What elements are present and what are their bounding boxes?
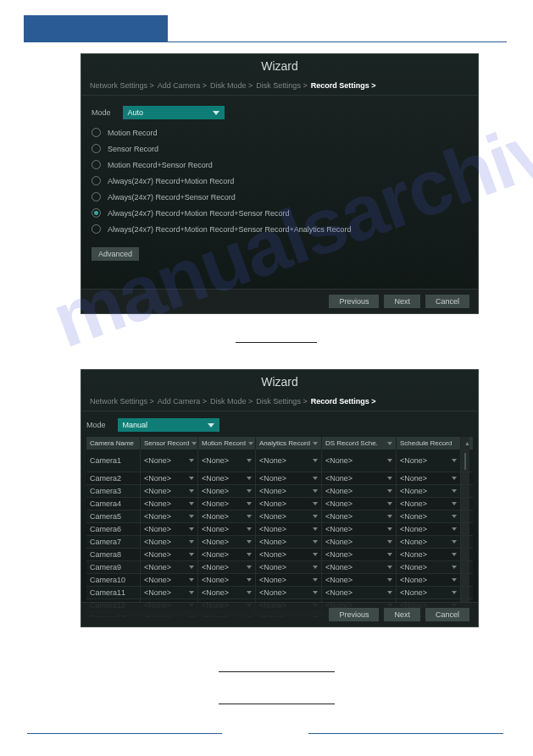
cell-dropdown[interactable]: <None> bbox=[397, 472, 461, 484]
scrollbar-track[interactable] bbox=[461, 498, 469, 510]
cell-dropdown[interactable]: <None> bbox=[141, 536, 198, 548]
cell-dropdown[interactable]: <None> bbox=[198, 574, 256, 586]
scrollbar-track[interactable] bbox=[461, 561, 469, 573]
cell-dropdown[interactable]: <None> bbox=[397, 549, 461, 560]
cell-dropdown[interactable]: <None> bbox=[322, 587, 397, 599]
cell-dropdown[interactable]: <None> bbox=[397, 536, 461, 548]
crumb-active[interactable]: Record Settings > bbox=[311, 397, 376, 406]
cell-dropdown[interactable]: <None> bbox=[322, 561, 397, 573]
scrollbar-track[interactable] bbox=[461, 472, 469, 484]
advanced-button[interactable]: Advanced bbox=[92, 247, 139, 261]
cell-dropdown[interactable]: <None> bbox=[256, 587, 322, 599]
cancel-button[interactable]: Cancel bbox=[425, 608, 469, 621]
cell-dropdown[interactable]: <None> bbox=[198, 549, 256, 560]
crumb[interactable]: Disk Mode > bbox=[210, 81, 253, 90]
radio-option[interactable]: Always(24x7) Record+Motion Record+Sensor… bbox=[92, 208, 468, 218]
col-analytics[interactable]: Analytics Record bbox=[256, 437, 322, 450]
cell-dropdown[interactable]: <None> bbox=[322, 510, 397, 522]
mode-select[interactable]: Manual bbox=[118, 418, 219, 432]
radio-option[interactable]: Always(24x7) Record+Motion Record bbox=[92, 176, 468, 185]
cell-dropdown[interactable]: <None> bbox=[397, 587, 461, 599]
cell-dropdown[interactable]: <None> bbox=[141, 574, 198, 586]
cell-dropdown[interactable]: <None> bbox=[256, 574, 322, 586]
scrollbar-track[interactable] bbox=[461, 549, 469, 560]
cell-dropdown[interactable]: <None> bbox=[198, 485, 256, 497]
cancel-button[interactable]: Cancel bbox=[425, 295, 469, 308]
cell-dropdown[interactable]: <None> bbox=[322, 549, 397, 560]
cell-dropdown[interactable]: <None> bbox=[198, 510, 256, 522]
cell-dropdown[interactable]: <None> bbox=[198, 472, 256, 484]
cell-dropdown[interactable]: <None> bbox=[198, 536, 256, 548]
cell-dropdown[interactable]: <None> bbox=[141, 498, 198, 510]
scrollbar-track[interactable] bbox=[461, 450, 469, 472]
previous-button[interactable]: Previous bbox=[329, 295, 379, 308]
cell-dropdown[interactable]: <None> bbox=[256, 536, 322, 548]
scrollbar-track[interactable] bbox=[461, 574, 469, 586]
cell-dropdown[interactable]: <None> bbox=[141, 523, 198, 535]
col-schedule[interactable]: Schedule Record bbox=[397, 437, 461, 450]
next-button[interactable]: Next bbox=[384, 295, 420, 308]
cell-dropdown[interactable]: <None> bbox=[141, 472, 198, 484]
cell-dropdown[interactable]: <None> bbox=[141, 587, 198, 599]
cell-dropdown[interactable]: <None> bbox=[198, 587, 256, 599]
radio-option[interactable]: Motion Record+Sensor Record bbox=[92, 160, 468, 169]
radio-option[interactable]: Always(24x7) Record+Sensor Record bbox=[92, 192, 468, 201]
cell-dropdown[interactable]: <None> bbox=[256, 549, 322, 560]
cell-dropdown[interactable]: <None> bbox=[322, 523, 397, 535]
cell-dropdown[interactable]: <None> bbox=[198, 523, 256, 535]
radio-option[interactable]: Motion Record bbox=[92, 128, 468, 137]
cell-dropdown[interactable]: <None> bbox=[256, 523, 322, 535]
cell-dropdown[interactable]: <None> bbox=[397, 498, 461, 510]
cell-dropdown[interactable]: <None> bbox=[141, 485, 198, 497]
cell-dropdown[interactable]: <None> bbox=[256, 561, 322, 573]
col-motion[interactable]: Motion Record bbox=[198, 437, 256, 450]
cell-dropdown[interactable]: <None> bbox=[256, 485, 322, 497]
cell-dropdown[interactable]: <None> bbox=[322, 536, 397, 548]
crumb-active[interactable]: Record Settings > bbox=[311, 81, 376, 90]
col-os[interactable]: DS Record Sche. bbox=[322, 437, 397, 450]
radio-option[interactable]: Always(24x7) Record+Motion Record+Sensor… bbox=[92, 224, 468, 234]
cell-dropdown[interactable]: <None> bbox=[141, 510, 198, 522]
cell-dropdown[interactable]: <None> bbox=[256, 450, 322, 472]
next-button[interactable]: Next bbox=[384, 608, 420, 621]
scrollbar-thumb[interactable] bbox=[464, 453, 466, 470]
scrollbar-track[interactable] bbox=[461, 485, 469, 497]
mode-select[interactable]: Auto bbox=[123, 106, 225, 119]
scrollbar-track[interactable] bbox=[461, 587, 469, 599]
cell-dropdown[interactable]: <None> bbox=[141, 450, 198, 472]
cell-dropdown[interactable]: <None> bbox=[397, 523, 461, 535]
crumb[interactable]: Disk Mode > bbox=[210, 397, 253, 406]
cell-dropdown[interactable]: <None> bbox=[322, 498, 397, 510]
cell-dropdown[interactable]: <None> bbox=[256, 472, 322, 484]
col-camera-name[interactable]: Camera Name bbox=[86, 437, 141, 450]
cell-dropdown[interactable]: <None> bbox=[322, 472, 397, 484]
cell-dropdown[interactable]: <None> bbox=[198, 561, 256, 573]
cell-dropdown[interactable]: <None> bbox=[322, 450, 397, 472]
crumb[interactable]: Network Settings > bbox=[90, 81, 154, 90]
cell-dropdown[interactable]: <None> bbox=[322, 485, 397, 497]
cell-dropdown[interactable]: <None> bbox=[397, 510, 461, 522]
previous-button[interactable]: Previous bbox=[329, 608, 379, 621]
scrollbar-track[interactable] bbox=[461, 523, 469, 535]
radio-option[interactable]: Sensor Record bbox=[92, 144, 468, 153]
cell-dropdown[interactable]: <None> bbox=[141, 561, 198, 573]
cell-dropdown[interactable]: <None> bbox=[397, 450, 461, 472]
cell-dropdown[interactable]: <None> bbox=[256, 498, 322, 510]
crumb[interactable]: Add Camera > bbox=[158, 81, 207, 90]
crumb[interactable]: Add Camera > bbox=[158, 397, 207, 406]
cell-dropdown[interactable]: <None> bbox=[397, 485, 461, 497]
cell-dropdown[interactable]: <None> bbox=[397, 574, 461, 586]
cell-dropdown[interactable]: <None> bbox=[256, 510, 322, 522]
scrollbar-track[interactable]: ▲ bbox=[461, 437, 469, 450]
scrollbar-track[interactable] bbox=[461, 536, 469, 548]
crumb[interactable]: Disk Settings > bbox=[256, 397, 307, 406]
crumb[interactable]: Network Settings > bbox=[90, 397, 154, 406]
crumb[interactable]: Disk Settings > bbox=[256, 81, 307, 90]
cell-dropdown[interactable]: <None> bbox=[141, 549, 198, 560]
col-sensor[interactable]: Sensor Record bbox=[141, 437, 198, 450]
cell-dropdown[interactable]: <None> bbox=[322, 574, 397, 586]
cell-dropdown[interactable]: <None> bbox=[198, 498, 256, 510]
cell-dropdown[interactable]: <None> bbox=[397, 561, 461, 573]
scrollbar-track[interactable] bbox=[461, 510, 469, 522]
cell-dropdown[interactable]: <None> bbox=[198, 450, 256, 472]
